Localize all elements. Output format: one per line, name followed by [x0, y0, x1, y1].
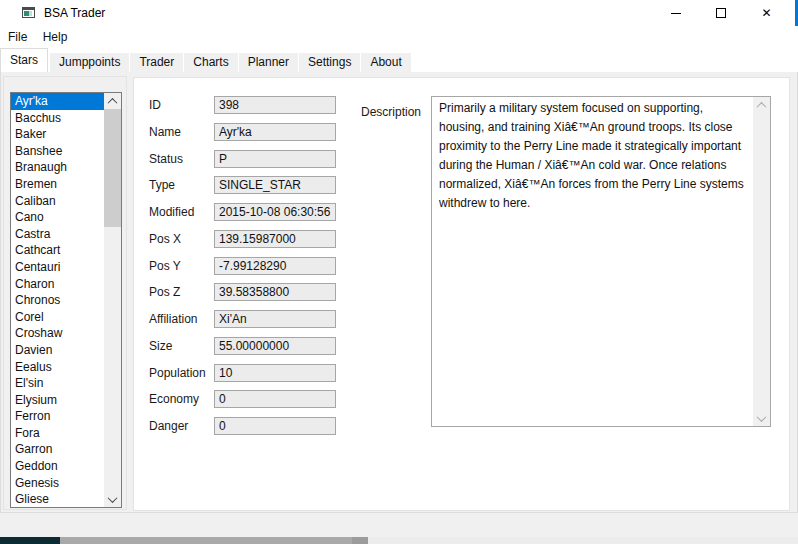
description-text: Primarily a military system focused on s…: [432, 97, 753, 426]
tab-about[interactable]: About: [361, 53, 410, 72]
field-label: Pos X: [149, 232, 181, 246]
list-item[interactable]: Ayr'ka: [11, 93, 104, 110]
affiliation-input[interactable]: Xi'An: [214, 310, 336, 328]
close-button[interactable]: ✕: [743, 0, 790, 26]
field-label: Pos Y: [149, 259, 181, 273]
type-input[interactable]: SINGLE_STAR: [214, 176, 336, 194]
scrollbar-thumb[interactable]: [104, 109, 121, 227]
window-title: BSA Trader: [44, 0, 105, 26]
tab-stars[interactable]: Stars: [0, 48, 48, 72]
tab-planner[interactable]: Planner: [239, 53, 298, 72]
description-textarea[interactable]: Primarily a military system focused on s…: [431, 96, 771, 427]
name-input[interactable]: Ayr'ka: [214, 123, 336, 141]
star-detail-panel: ID398NameAyr'kaStatusPTypeSINGLE_STARMod…: [133, 77, 790, 511]
pos-z-input[interactable]: 39.58358800: [214, 283, 336, 301]
chevron-up-icon: [108, 97, 118, 107]
danger-input[interactable]: 0: [214, 417, 336, 435]
maximize-icon: [716, 8, 726, 18]
taskbar-segment: [368, 537, 798, 544]
tab-settings[interactable]: Settings: [299, 53, 360, 72]
app-window: BSA Trader ✕ File Help StarsJumppointsTr…: [0, 0, 798, 544]
taskbar-segment: [0, 537, 60, 544]
tab-trader[interactable]: Trader: [130, 53, 183, 72]
tab-charts[interactable]: Charts: [184, 53, 237, 72]
maximize-button[interactable]: [698, 0, 743, 26]
taskbar-sliver: [0, 537, 798, 544]
close-icon: ✕: [761, 0, 771, 26]
pos-y-input[interactable]: -7.99128290: [214, 257, 336, 275]
size-input[interactable]: 55.00000000: [214, 337, 336, 355]
taskbar-segment: [60, 537, 352, 544]
field-label: Name: [149, 125, 181, 139]
minimize-button[interactable]: [653, 0, 698, 26]
chevron-up-icon: [757, 101, 767, 111]
app-icon: [22, 7, 35, 18]
chevron-down-icon: [108, 493, 118, 503]
population-input[interactable]: 10: [214, 364, 336, 382]
field-label: Danger: [149, 419, 188, 433]
field-label: Pos Z: [149, 285, 180, 299]
star-list-group: Ayr'kaBacchusBakerBansheeBranaughBremenC…: [3, 76, 127, 510]
field-label: Status: [149, 152, 183, 166]
field-label: Type: [149, 178, 175, 192]
scroll-down-button[interactable]: [104, 491, 121, 507]
menu-file[interactable]: File: [2, 26, 33, 48]
field-label: Modified: [149, 205, 194, 219]
tab-strip: StarsJumppointsTraderChartsPlannerSettin…: [0, 48, 798, 72]
description-scrollbar[interactable]: [753, 97, 770, 426]
pos-x-input[interactable]: 139.15987000: [214, 230, 336, 248]
stars-tab-page: Ayr'kaBacchusBakerBansheeBranaughBremenC…: [0, 71, 798, 513]
taskbar-segment: [352, 537, 368, 544]
minimize-icon: [671, 13, 681, 14]
menu-help[interactable]: Help: [37, 26, 74, 48]
id-input[interactable]: 398: [214, 96, 336, 114]
field-label: Economy: [149, 392, 199, 406]
star-listbox[interactable]: Ayr'kaBacchusBakerBansheeBranaughBremenC…: [10, 92, 122, 508]
app-icon-titlebar-stripe: [23, 8, 34, 10]
economy-input[interactable]: 0: [214, 390, 336, 408]
scroll-up-button[interactable]: [753, 97, 770, 113]
status-input[interactable]: P: [214, 150, 336, 168]
tab-jumppoints[interactable]: Jumppoints: [50, 53, 129, 72]
field-label: Population: [149, 366, 206, 380]
app-icon-fill-right: [29, 11, 32, 16]
description-label: Description: [361, 105, 421, 119]
title-bar: BSA Trader ✕: [0, 0, 798, 26]
list-scrollbar[interactable]: [104, 93, 121, 507]
menu-bar: File Help: [0, 26, 798, 48]
chevron-down-icon: [757, 412, 767, 422]
scroll-up-button[interactable]: [104, 93, 121, 109]
scroll-down-button[interactable]: [753, 410, 770, 426]
field-label: Size: [149, 339, 172, 353]
modified-input[interactable]: 2015-10-08 06:30:56: [214, 203, 336, 221]
field-label: Affiliation: [149, 312, 197, 326]
field-label: ID: [149, 98, 161, 112]
